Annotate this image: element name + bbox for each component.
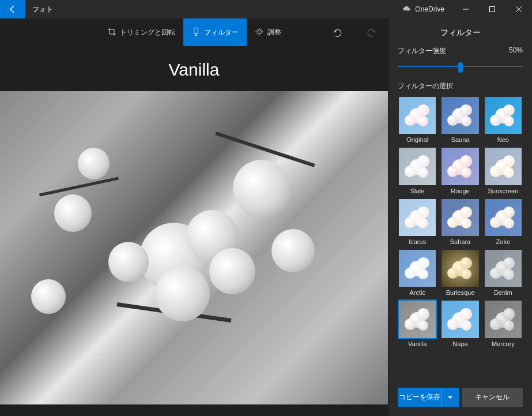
filter-thumb-label: Neo: [484, 136, 523, 143]
onedrive-status[interactable]: OneDrive: [394, 0, 452, 18]
filter-thumbnails: OriginalSaunaNeoSlateRougeSunscreenIcaru…: [398, 96, 523, 347]
history-controls: [321, 18, 388, 46]
titlebar-spacer[interactable]: [60, 0, 394, 18]
filter-select-label: フィルターの選択: [398, 81, 523, 91]
filter-thumb-image: [440, 299, 480, 339]
filter-thumb-image: [440, 147, 480, 186]
svg-point-5: [257, 29, 261, 33]
maximize-icon: [489, 6, 495, 12]
strength-slider[interactable]: [398, 61, 523, 72]
filter-thumb-rouge[interactable]: Rouge: [440, 147, 480, 194]
main-area: トリミングと回転フィルター調整 Vanilla: [0, 18, 388, 416]
filter-thumb-denim[interactable]: Denim: [484, 249, 523, 296]
filter-thumb-arctic[interactable]: Arctic: [398, 249, 437, 296]
edit-toolbar: トリミングと回転フィルター調整: [0, 18, 388, 46]
save-dropdown-button[interactable]: [442, 388, 459, 407]
filter-icon: [191, 27, 201, 38]
filter-thumb-burlesque[interactable]: Burlesque: [440, 249, 480, 296]
svg-rect-1: [490, 7, 495, 12]
minimize-button[interactable]: [452, 0, 479, 18]
filter-thumb-label: Napa: [440, 340, 480, 347]
filter-thumb-label: Rouge: [440, 188, 480, 194]
image-preview[interactable]: [0, 91, 388, 404]
filter-thumb-label: Zeke: [484, 238, 523, 245]
filter-thumb-image: [398, 198, 437, 237]
redo-button: [366, 27, 376, 38]
content: トリミングと回転フィルター調整 Vanilla: [0, 18, 532, 416]
onedrive-label: OneDrive: [415, 5, 444, 13]
tab-crop[interactable]: トリミングと回転: [99, 18, 183, 46]
filter-thumb-neo[interactable]: Neo: [484, 96, 523, 143]
filter-thumb-label: Vanilla: [398, 340, 437, 347]
filter-thumb-label: Sunscreen: [484, 188, 523, 194]
titlebar: フォト OneDrive: [0, 0, 532, 18]
strength-value: 50%: [509, 46, 523, 56]
filter-thumb-label: Original: [398, 136, 437, 143]
filter-thumb-slate[interactable]: Slate: [398, 147, 437, 194]
back-button[interactable]: [0, 0, 25, 18]
filter-thumb-label: Icarus: [398, 238, 437, 245]
filter-thumb-zeke[interactable]: Zeke: [484, 198, 523, 245]
redo-icon: [366, 27, 376, 38]
svg-rect-4: [194, 28, 198, 33]
maximize-button[interactable]: [479, 0, 505, 18]
filter-thumb-image: [484, 299, 523, 339]
filter-thumb-image: [484, 198, 523, 237]
tool-tabs: トリミングと回転フィルター調整: [99, 18, 289, 46]
undo-icon: [333, 27, 343, 38]
close-button[interactable]: [505, 0, 532, 18]
filter-thumb-original[interactable]: Original: [398, 96, 437, 143]
tab-filter[interactable]: フィルター: [183, 18, 247, 46]
cloud-icon: [402, 5, 412, 14]
filter-thumb-image: [398, 299, 437, 339]
side-footer: コピーを保存 キャンセル: [388, 381, 532, 416]
filter-thumb-image: [484, 147, 523, 186]
filter-thumb-image: [440, 198, 480, 237]
tab-label: 調整: [267, 28, 281, 38]
back-arrow-icon: [8, 5, 17, 14]
side-panel: フィルター フィルター強度 50% フィルターの選択 OriginalSauna…: [388, 18, 532, 416]
slider-thumb[interactable]: [458, 62, 463, 73]
adjust-icon: [255, 27, 264, 38]
filter-thumb-sunscreen[interactable]: Sunscreen: [484, 147, 523, 194]
filter-thumb-label: Arctic: [398, 289, 437, 296]
filter-thumb-label: Sahara: [440, 238, 480, 245]
window-controls: [452, 0, 532, 18]
filter-thumb-image: [484, 96, 523, 135]
preview-image: [0, 91, 388, 404]
undo-button[interactable]: [333, 27, 343, 38]
filter-thumb-napa[interactable]: Napa: [440, 299, 480, 347]
filter-thumb-icarus[interactable]: Icarus: [398, 198, 437, 245]
cancel-button[interactable]: キャンセル: [462, 388, 523, 407]
filter-thumb-label: Slate: [398, 188, 437, 194]
filter-thumb-image: [398, 249, 437, 288]
filter-thumb-label: Denim: [484, 289, 523, 296]
filter-thumb-sauna[interactable]: Sauna: [440, 96, 480, 143]
filter-thumb-sahara[interactable]: Sahara: [440, 198, 480, 245]
crop-icon: [107, 27, 116, 38]
tab-adjust[interactable]: 調整: [247, 18, 289, 46]
side-panel-body: フィルター強度 50% フィルターの選択 OriginalSaunaNeoSla…: [388, 46, 532, 381]
tab-label: フィルター: [204, 28, 239, 38]
tab-label: トリミングと回転: [120, 28, 175, 38]
filter-thumb-vanilla[interactable]: Vanilla: [398, 299, 437, 347]
filter-strength-section: フィルター強度 50%: [398, 46, 523, 72]
close-icon: [516, 6, 522, 12]
app-title: フォト: [25, 0, 60, 18]
canvas: Vanilla: [0, 46, 388, 416]
side-panel-title: フィルター: [388, 18, 532, 46]
filter-thumb-image: [484, 249, 523, 288]
filter-thumb-image: [440, 249, 480, 288]
minimize-icon: [463, 6, 469, 12]
current-filter-name: Vanilla: [169, 60, 220, 80]
save-split-button: コピーを保存: [398, 388, 459, 407]
filter-thumb-image: [398, 147, 437, 186]
filter-thumb-label: Mercury: [484, 340, 523, 347]
chevron-down-icon: [447, 395, 453, 400]
filter-thumb-label: Sauna: [440, 136, 480, 143]
filter-thumb-mercury[interactable]: Mercury: [484, 299, 523, 347]
save-copy-button[interactable]: コピーを保存: [398, 388, 442, 407]
filter-thumb-image: [440, 96, 480, 135]
filter-thumb-label: Burlesque: [440, 289, 480, 296]
slider-fill: [398, 66, 461, 67]
